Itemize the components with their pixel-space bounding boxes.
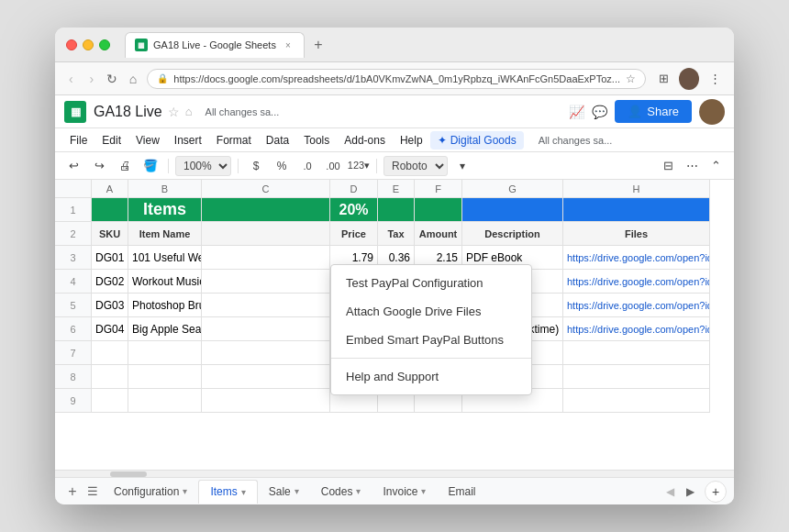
menu-test-paypal[interactable]: Test PayPal Configuration bbox=[331, 269, 531, 297]
cell-4b[interactable]: Workout Music bbox=[128, 270, 202, 294]
col-header-g[interactable]: G bbox=[462, 180, 563, 198]
cell-1e[interactable] bbox=[378, 198, 415, 222]
sheet-tab-configuration[interactable]: Configuration ▾ bbox=[103, 480, 198, 504]
cell-1g[interactable] bbox=[462, 198, 563, 222]
menu-insert[interactable]: Insert bbox=[167, 131, 209, 150]
cell-8a[interactable] bbox=[92, 365, 128, 389]
menu-help[interactable]: Help bbox=[393, 131, 430, 150]
menu-help-support[interactable]: Help and Support bbox=[331, 362, 531, 391]
decimal-increase-button[interactable]: .00 bbox=[322, 155, 344, 177]
new-tab-button[interactable]: + bbox=[308, 35, 328, 55]
tab-nav-next[interactable]: ▶ bbox=[681, 482, 699, 501]
back-button[interactable]: ‹ bbox=[64, 69, 78, 89]
menu-addons[interactable]: Add-ons bbox=[337, 131, 393, 150]
maximize-button[interactable] bbox=[99, 39, 110, 50]
menu-tools[interactable]: Tools bbox=[296, 131, 337, 150]
cell-5a[interactable]: DG03 bbox=[92, 294, 128, 317]
cell-8b[interactable] bbox=[128, 365, 202, 389]
col-header-d[interactable]: D bbox=[330, 180, 378, 198]
cell-2a[interactable]: SKU bbox=[92, 222, 128, 246]
cell-1c[interactable] bbox=[202, 198, 330, 222]
cell-9h[interactable] bbox=[563, 389, 710, 413]
cell-5c[interactable] bbox=[202, 294, 330, 317]
menu-format[interactable]: Format bbox=[209, 131, 259, 150]
minimize-button[interactable] bbox=[83, 39, 94, 50]
browser-tab-active[interactable]: ▦ GA18 Live - Google Sheets × bbox=[125, 32, 305, 58]
cell-1a[interactable] bbox=[92, 198, 128, 222]
sheet-tab-sale[interactable]: Sale ▾ bbox=[258, 480, 310, 504]
tab-close-button[interactable]: × bbox=[282, 39, 294, 51]
cell-4c[interactable] bbox=[202, 270, 330, 294]
menu-icon[interactable]: ⋮ bbox=[705, 69, 725, 89]
col-header-f[interactable]: F bbox=[415, 180, 462, 198]
extensions-icon[interactable]: ⊞ bbox=[653, 69, 673, 89]
bookmark-icon[interactable]: ☆ bbox=[626, 72, 636, 85]
menu-digital-goods[interactable]: ✦ Digital Goods bbox=[430, 131, 524, 150]
cell-6b[interactable]: Big Apple Seasons bbox=[128, 317, 202, 341]
add-sheet-circle-button[interactable]: + bbox=[705, 481, 727, 503]
cell-3a[interactable]: DG01 bbox=[92, 246, 128, 270]
cell-7c[interactable] bbox=[202, 341, 330, 365]
view-mode-button[interactable]: ⊟ bbox=[657, 155, 679, 177]
menu-file[interactable]: File bbox=[62, 131, 94, 150]
cell-7b[interactable] bbox=[128, 341, 202, 365]
cell-2f[interactable]: Amount bbox=[415, 222, 462, 246]
col-header-a[interactable]: A bbox=[92, 180, 128, 198]
list-sheets-button[interactable]: ☰ bbox=[83, 482, 103, 502]
sheet-tab-codes[interactable]: Codes ▾ bbox=[310, 480, 372, 504]
forward-button[interactable]: › bbox=[85, 69, 99, 89]
undo-button[interactable]: ↩ bbox=[62, 155, 84, 177]
star-icon[interactable]: ☆ bbox=[168, 105, 180, 119]
menu-edit[interactable]: Edit bbox=[94, 131, 128, 150]
sheet-tab-email[interactable]: Email bbox=[437, 480, 486, 504]
cell-8c[interactable] bbox=[202, 365, 330, 389]
sheet-tab-invoice[interactable]: Invoice ▾ bbox=[372, 480, 437, 504]
user-avatar[interactable] bbox=[699, 99, 725, 125]
add-sheet-button[interactable]: + bbox=[62, 482, 83, 502]
decimal-decrease-button[interactable]: .0 bbox=[296, 155, 318, 177]
profile-icon[interactable] bbox=[679, 69, 699, 89]
currency-format-button[interactable]: $ bbox=[245, 155, 267, 177]
cell-4h[interactable]: https://drive.google.com/open?id=1QKo_03… bbox=[563, 270, 710, 294]
cell-4a[interactable]: DG02 bbox=[92, 270, 128, 294]
col-header-e[interactable]: E bbox=[378, 180, 415, 198]
cell-3h[interactable]: https://drive.google.com/open?id=1QKo_03… bbox=[563, 246, 710, 270]
cell-9a[interactable] bbox=[92, 389, 128, 413]
percent-format-button[interactable]: % bbox=[271, 155, 293, 177]
cell-1f[interactable] bbox=[415, 198, 462, 222]
reload-button[interactable]: ↻ bbox=[106, 69, 119, 89]
print-button[interactable]: 🖨 bbox=[114, 155, 136, 177]
share-button[interactable]: 👤 Share bbox=[615, 100, 692, 123]
cell-2c[interactable] bbox=[202, 222, 330, 246]
cell-3c[interactable] bbox=[202, 246, 330, 270]
cell-6a[interactable]: DG04 bbox=[92, 317, 128, 341]
cell-2g[interactable]: Description bbox=[462, 222, 563, 246]
folder-icon[interactable]: ⌂ bbox=[185, 105, 193, 118]
close-button[interactable] bbox=[66, 39, 77, 50]
cell-6c[interactable] bbox=[202, 317, 330, 341]
cell-2e[interactable]: Tax bbox=[378, 222, 415, 246]
collapse-button[interactable]: ⌃ bbox=[705, 155, 727, 177]
cell-3b[interactable]: 101 Useful Websites bbox=[128, 246, 202, 270]
comment-icon[interactable]: 💬 bbox=[592, 105, 607, 119]
more-formats-button[interactable]: 123▾ bbox=[348, 155, 370, 177]
cell-9c[interactable] bbox=[202, 389, 330, 413]
address-field[interactable]: 🔒 https://docs.google.com/spreadsheets/d… bbox=[147, 69, 646, 89]
sparkline-icon[interactable]: 📈 bbox=[569, 105, 584, 119]
menu-attach-drive[interactable]: Attach Google Drive Files bbox=[331, 297, 531, 326]
menu-view[interactable]: View bbox=[128, 131, 167, 150]
cell-5h[interactable]: https://drive.google.com/open?id=1QKo_03… bbox=[563, 294, 710, 317]
tab-nav-prev[interactable]: ◀ bbox=[661, 482, 679, 501]
cell-2h[interactable]: Files bbox=[563, 222, 710, 246]
menu-data[interactable]: Data bbox=[259, 131, 296, 150]
zoom-select[interactable]: 100% bbox=[175, 156, 231, 176]
cell-2b[interactable]: Item Name bbox=[128, 222, 202, 246]
cell-6h[interactable]: https://drive.google.com/open?id=1QKo_03… bbox=[563, 317, 710, 341]
cell-7a[interactable] bbox=[92, 341, 128, 365]
horizontal-scrollbar[interactable] bbox=[55, 470, 734, 477]
col-header-b[interactable]: B bbox=[128, 180, 202, 198]
cell-1b[interactable]: Items bbox=[128, 198, 202, 222]
more-options-button[interactable]: ⋯ bbox=[681, 155, 703, 177]
scrollbar-thumb[interactable] bbox=[110, 471, 147, 477]
cell-9b[interactable] bbox=[128, 389, 202, 413]
